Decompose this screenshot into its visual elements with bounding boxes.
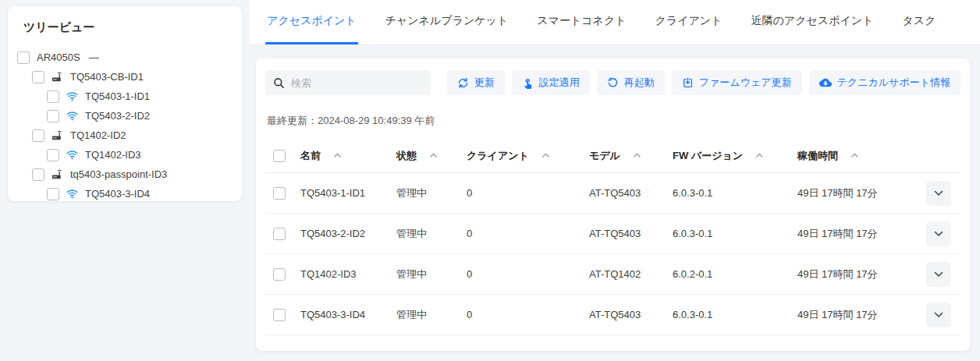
sort-name-icon[interactable] — [333, 153, 342, 158]
toolbar: 更新 設定適用 — [265, 70, 960, 95]
col-name: 名前 — [300, 149, 321, 163]
tree-node-checkbox[interactable] — [47, 90, 59, 103]
tree-node-label: TQ5403-2-ID2 — [85, 110, 150, 122]
reboot-button-label: 再起動 — [624, 76, 655, 90]
table-row: TQ1402-ID3 管理中 0 AT-TQ1402 6.0.2-0.1 49日… — [265, 254, 960, 295]
cell-name: TQ5403-2-ID2 — [300, 228, 396, 239]
tree-node[interactable]: AR4050S — — [8, 48, 242, 67]
select-all-checkbox[interactable] — [273, 150, 286, 162]
firmware-update-button-label: ファームウェア更新 — [699, 76, 792, 90]
tree-node-checkbox[interactable] — [17, 51, 30, 64]
cell-uptime: 49日 17時間 17分 — [797, 227, 926, 241]
row-expand-button[interactable] — [926, 262, 951, 287]
tree-node-checkbox[interactable] — [47, 149, 59, 161]
cell-model: AT-TQ5403 — [589, 228, 673, 239]
tree-view-panel: ツリービュー AR4050S — — [8, 6, 242, 201]
cell-status: 管理中 — [396, 186, 467, 200]
cell-name: TQ5403-1-ID1 — [300, 187, 396, 199]
table-row: TQ5403-1-ID1 管理中 0 AT-TQ5403 6.0.3-0.1 4… — [265, 173, 960, 214]
col-model: モデル — [589, 149, 620, 163]
tree-node[interactable]: TQ5403-3-ID4 — [8, 184, 242, 201]
refresh-icon — [457, 77, 469, 89]
tree-node-checkbox[interactable] — [32, 168, 44, 181]
tree-node-label: TQ5403-3-ID4 — [85, 188, 150, 200]
tree-node[interactable]: TQ1402-ID3 — [8, 145, 242, 165]
cell-status: 管理中 — [396, 308, 467, 322]
refresh-button-label: 更新 — [474, 76, 495, 90]
row-checkbox[interactable] — [273, 187, 286, 200]
tab-channel-blanket[interactable]: チャンネルブランケット — [384, 0, 510, 44]
restart-icon — [607, 77, 619, 89]
tab-clients[interactable]: クライアント — [654, 0, 724, 44]
apply-settings-button-label: 設定適用 — [539, 76, 580, 90]
cell-uptime: 49日 17時間 17分 — [797, 186, 926, 200]
cell-status: 管理中 — [396, 227, 467, 241]
last-updated: 最終更新：2024-08-29 10:49:39 午前 — [267, 114, 960, 128]
row-checkbox[interactable] — [273, 309, 286, 321]
cell-status: 管理中 — [396, 267, 467, 281]
tree-view-title: ツリービュー — [23, 20, 242, 35]
tech-support-info-button[interactable]: テクニカルサポート情報 — [809, 70, 960, 95]
sort-uptime-icon[interactable] — [850, 153, 859, 158]
access-points-panel: 更新 設定適用 — [256, 58, 970, 351]
tree-node[interactable]: TQ5403-1-ID1 — [8, 87, 242, 106]
col-clients: クライアント — [467, 149, 529, 163]
search-input[interactable] — [291, 77, 423, 89]
cell-clients: 0 — [467, 187, 589, 199]
tree-node[interactable]: tq5403-passpoint-ID3 — [8, 165, 242, 184]
refresh-button[interactable]: 更新 — [447, 70, 505, 95]
sort-clients-icon[interactable] — [541, 153, 550, 158]
table-body: TQ5403-1-ID1 管理中 0 AT-TQ5403 6.0.3-0.1 4… — [265, 173, 960, 335]
firmware-update-button[interactable]: ファームウェア更新 — [672, 70, 802, 95]
cell-uptime: 49日 17時間 17分 — [797, 267, 926, 281]
chevron-down-icon — [934, 190, 943, 196]
cloud-download-icon — [819, 76, 832, 89]
row-expand-button[interactable] — [926, 181, 951, 206]
cell-name: TQ1402-ID3 — [300, 268, 396, 280]
row-checkbox[interactable] — [273, 228, 286, 240]
tab-bar: アクセスポイント チャンネルブランケット スマートコネクト クライアント 近隣の… — [250, 0, 980, 45]
router-icon — [51, 129, 63, 141]
cell-clients: 0 — [467, 228, 589, 239]
router-icon — [51, 168, 63, 180]
tree-node-checkbox[interactable] — [47, 188, 59, 200]
cell-fw-version: 6.0.3-0.1 — [673, 187, 797, 199]
row-checkbox[interactable] — [273, 268, 286, 281]
tab-tasks[interactable]: タスク — [900, 0, 937, 44]
reboot-button[interactable]: 再起動 — [597, 70, 665, 95]
tree-node-collapse-dash[interactable]: — — [89, 51, 99, 63]
apply-settings-button[interactable]: 設定適用 — [512, 70, 590, 95]
col-status: 状態 — [396, 149, 417, 163]
tree-node[interactable]: TQ5403-2-ID2 — [8, 106, 242, 126]
sort-fw-icon[interactable] — [755, 153, 764, 158]
tree-node-label: TQ5403-CB-ID1 — [70, 71, 144, 83]
last-updated-label: 最終更新： — [267, 115, 318, 126]
tab-access-points[interactable]: アクセスポイント — [265, 0, 358, 44]
tree-node[interactable]: TQ1402-ID2 — [8, 126, 242, 145]
col-uptime: 稼働時間 — [797, 149, 838, 163]
chevron-down-icon — [934, 271, 943, 278]
tab-smart-connect[interactable]: スマートコネクト — [535, 0, 627, 44]
cell-name: TQ5403-3-ID4 — [300, 309, 396, 320]
tree-node-label: TQ5403-1-ID1 — [85, 90, 150, 102]
cell-fw-version: 6.0.2-0.1 — [673, 268, 797, 280]
tree-node-checkbox[interactable] — [47, 110, 59, 122]
sort-model-icon[interactable] — [633, 153, 641, 158]
tree-node-checkbox[interactable] — [32, 129, 44, 142]
cell-fw-version: 6.0.3-0.1 — [673, 228, 797, 239]
firmware-download-icon — [682, 77, 694, 89]
search-icon — [273, 77, 285, 89]
wifi-icon — [66, 110, 78, 122]
tab-neighbor-access-points[interactable]: 近隣のアクセスポイント — [750, 0, 875, 44]
tech-support-info-button-label: テクニカルサポート情報 — [837, 76, 950, 90]
row-expand-button[interactable] — [926, 221, 951, 246]
row-expand-button[interactable] — [926, 303, 951, 327]
search-box[interactable] — [265, 70, 431, 95]
touch-apply-icon — [522, 77, 534, 89]
tree-node-checkbox[interactable] — [32, 71, 44, 83]
chevron-down-icon — [934, 231, 943, 237]
tree-node-label: AR4050S — [37, 51, 80, 63]
sort-status-icon[interactable] — [429, 153, 438, 158]
tree-node[interactable]: TQ5403-CB-ID1 — [8, 67, 242, 87]
table-row: TQ5403-2-ID2 管理中 0 AT-TQ5403 6.0.3-0.1 4… — [265, 214, 960, 254]
